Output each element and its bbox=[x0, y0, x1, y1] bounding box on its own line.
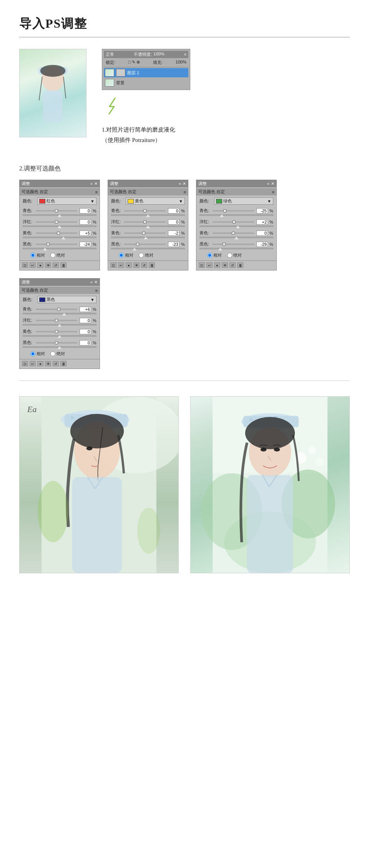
blue-tool-2[interactable]: ↩ bbox=[30, 361, 36, 366]
yellow-magenta-track[interactable] bbox=[124, 221, 166, 223]
yellow-cyan-input[interactable] bbox=[168, 208, 180, 214]
blue-black-track[interactable] bbox=[36, 342, 77, 344]
gc-tri bbox=[220, 214, 224, 217]
yellow-cyan-track[interactable] bbox=[124, 210, 166, 212]
red-tool-3[interactable]: ● bbox=[37, 262, 43, 268]
red-black-input[interactable] bbox=[80, 242, 91, 247]
green-tool-3[interactable]: ● bbox=[214, 262, 220, 268]
blue-magenta-track[interactable] bbox=[36, 320, 77, 321]
blue-tool-1[interactable]: ⊡ bbox=[22, 361, 28, 366]
green-tool-6[interactable]: 🗑 bbox=[237, 262, 243, 268]
red-radio-absolute[interactable]: 绝对 bbox=[50, 252, 65, 258]
green-yellow-input[interactable] bbox=[256, 230, 268, 236]
red-black-bg bbox=[23, 248, 96, 249]
red-tool-1[interactable]: ⊡ bbox=[22, 262, 28, 268]
color-dropdown-red[interactable]: 红色 ▼ bbox=[37, 197, 96, 205]
red-cyan-thumb[interactable] bbox=[55, 209, 58, 212]
yellow-radio-relative[interactable]: 相对 bbox=[119, 252, 133, 258]
blue-yellow-input[interactable] bbox=[80, 329, 91, 334]
green-magenta-input[interactable] bbox=[256, 219, 268, 225]
green-magenta-thumb[interactable] bbox=[233, 220, 236, 224]
green-radio-relative[interactable]: 相对 bbox=[207, 252, 222, 258]
green-radio-relative-input[interactable] bbox=[207, 253, 212, 258]
red-yellow-thumb[interactable] bbox=[57, 232, 60, 235]
blue-cyan-thumb[interactable] bbox=[57, 308, 60, 311]
red-yellow-track[interactable] bbox=[36, 232, 77, 234]
red-tool-5[interactable]: ↺ bbox=[53, 262, 59, 268]
yellow-black-thumb[interactable] bbox=[136, 243, 139, 246]
yellow-magenta-thumb[interactable] bbox=[143, 220, 146, 224]
red-tool-2[interactable]: ↩ bbox=[30, 262, 36, 268]
red-magenta-thumb[interactable] bbox=[55, 220, 58, 224]
green-cyan-thumb[interactable] bbox=[223, 209, 226, 212]
yellow-tool-6[interactable]: 🗑 bbox=[149, 262, 155, 268]
layer-item-bg[interactable]: 背景 bbox=[104, 78, 188, 87]
red-cyan-input[interactable] bbox=[80, 208, 91, 214]
green-tool-4[interactable]: 👁 bbox=[222, 262, 228, 268]
green-black-track[interactable] bbox=[213, 244, 254, 245]
green-tool-1[interactable]: ⊡ bbox=[199, 262, 205, 268]
yellow-yellow-thumb[interactable] bbox=[142, 232, 145, 235]
yellow-tool-3[interactable]: ● bbox=[126, 262, 132, 268]
blue-yellow-thumb[interactable] bbox=[55, 330, 58, 333]
green-magenta-track[interactable] bbox=[213, 221, 254, 223]
green-tool-5[interactable]: ↺ bbox=[229, 262, 236, 268]
blue-radio-relative-input[interactable] bbox=[30, 351, 35, 356]
ybk-full-track bbox=[111, 248, 185, 250]
blue-black-thumb[interactable] bbox=[55, 341, 58, 344]
red-tool-6[interactable]: 🗑 bbox=[60, 262, 66, 268]
blue-cyan-input[interactable] bbox=[80, 307, 91, 312]
blue-tool-6[interactable]: 🗑 bbox=[60, 361, 66, 366]
blue-tool-5[interactable]: ↺ bbox=[53, 361, 59, 366]
yellow-black-label: 黑色: bbox=[111, 241, 122, 247]
yellow-black-input[interactable] bbox=[168, 242, 180, 247]
green-radio-absolute-input[interactable] bbox=[227, 253, 232, 258]
red-radio-absolute-input[interactable] bbox=[50, 253, 55, 258]
green-black-input[interactable] bbox=[256, 242, 268, 247]
green-cyan-track[interactable] bbox=[213, 210, 254, 212]
yellow-tool-2[interactable]: ↩ bbox=[118, 262, 124, 268]
red-cyan-track[interactable] bbox=[36, 210, 77, 212]
red-radio-relative[interactable]: 相对 bbox=[30, 252, 45, 258]
green-cyan-input[interactable] bbox=[256, 208, 268, 214]
yellow-radio-absolute[interactable]: 绝对 bbox=[139, 252, 153, 258]
yellow-cyan-thumb[interactable] bbox=[143, 209, 146, 212]
blue-yellow-track[interactable] bbox=[36, 331, 77, 332]
yellow-yellow-input[interactable] bbox=[168, 230, 180, 236]
color-dropdown-yellow[interactable]: 黄色 ▼ bbox=[126, 197, 185, 205]
red-black-thumb[interactable] bbox=[47, 243, 50, 246]
yellow-tool-4[interactable]: 👁 bbox=[133, 262, 140, 268]
green-radio-absolute[interactable]: 绝对 bbox=[227, 252, 242, 258]
layer-item-1[interactable]: 图层 1 bbox=[104, 68, 188, 77]
yellow-tool-5[interactable]: ↺ bbox=[141, 262, 147, 268]
red-magenta-input[interactable] bbox=[80, 219, 91, 225]
blue-radio-absolute-input[interactable] bbox=[50, 351, 55, 356]
green-yellow-track[interactable] bbox=[213, 232, 254, 234]
color-dropdown-green[interactable]: 绿色 ▼ bbox=[214, 197, 273, 205]
blue-magenta-thumb[interactable] bbox=[55, 319, 58, 322]
blue-radio-relative[interactable]: 相对 bbox=[30, 351, 45, 357]
yellow-tool-1[interactable]: ⊡ bbox=[110, 262, 116, 268]
blue-black-input[interactable] bbox=[80, 340, 91, 346]
ps-layers-panel: 正常 不透明度: 100% ≡ 锁定: □ ✎ ⊕ 填充: 100% bbox=[102, 49, 190, 90]
blue-tool-4[interactable]: 👁 bbox=[45, 361, 51, 366]
green-tool-2[interactable]: ↩ bbox=[206, 262, 213, 268]
red-magenta-track[interactable] bbox=[36, 221, 77, 223]
bc-bg bbox=[23, 313, 96, 314]
blue-radio-absolute[interactable]: 绝对 bbox=[50, 351, 65, 357]
green-yellow-thumb[interactable] bbox=[232, 232, 235, 235]
blue-magenta-input[interactable] bbox=[80, 318, 91, 323]
yellow-yellow-track[interactable] bbox=[124, 232, 166, 234]
yellow-radio-absolute-input[interactable] bbox=[139, 253, 144, 258]
yellow-black-track[interactable] bbox=[124, 244, 166, 245]
red-tool-4[interactable]: 👁 bbox=[45, 262, 51, 268]
red-yellow-input[interactable] bbox=[80, 230, 91, 236]
yellow-magenta-input[interactable] bbox=[168, 219, 180, 225]
color-dropdown-blue[interactable]: 黑色 ▼ bbox=[37, 296, 96, 303]
yellow-radio-relative-input[interactable] bbox=[119, 253, 124, 258]
blue-cyan-track[interactable] bbox=[36, 309, 77, 310]
red-radio-relative-input[interactable] bbox=[30, 253, 35, 258]
green-black-thumb[interactable] bbox=[223, 243, 226, 246]
red-black-track[interactable] bbox=[36, 244, 77, 245]
blue-tool-3[interactable]: ● bbox=[37, 361, 43, 366]
